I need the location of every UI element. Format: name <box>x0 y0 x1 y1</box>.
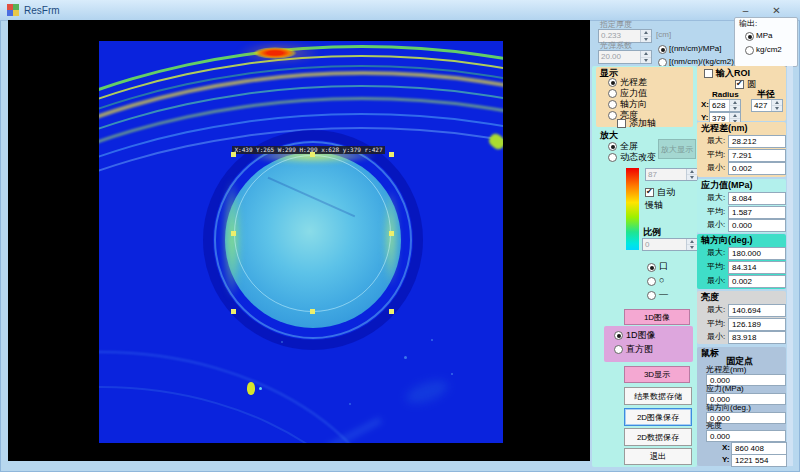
shape-circle-label: ○ <box>659 276 664 285</box>
shape-square-label: 口 <box>659 262 668 271</box>
zoom-full-radio[interactable] <box>608 142 617 151</box>
roi-handle-sw[interactable] <box>231 309 236 314</box>
display-opd-radio[interactable] <box>608 78 617 87</box>
save-result-button[interactable]: 结果数据存储 <box>624 387 692 405</box>
axis-avg-label: 平均: <box>707 263 725 271</box>
axis-min-label: 最小: <box>707 277 725 285</box>
stress-min-label: 最小: <box>707 221 725 229</box>
speck <box>281 341 283 343</box>
stress-stats-title: 应力值(MPa) <box>701 181 753 190</box>
stress-avg-value: 1.587 <box>728 206 786 219</box>
axis-max-label: 最大: <box>707 249 725 257</box>
stress-avg-label: 平均: <box>707 208 725 216</box>
bright-avg-value: 126.189 <box>728 318 786 331</box>
save-2d-data-button[interactable]: 2D数据保存 <box>624 428 692 446</box>
zoom-display-button[interactable]: 放大显示 <box>658 139 696 159</box>
radius-en-label: Radius <box>712 91 739 99</box>
unit-mpa-radio[interactable] <box>658 45 667 54</box>
mouse-opd-label: 光程差(nm) <box>706 366 746 374</box>
roi-circle-label: 圆 <box>747 80 756 89</box>
output-kg-label: kg/cm2 <box>756 46 782 54</box>
stress-min-value: 0.000 <box>728 219 786 232</box>
roi-handle-e[interactable] <box>389 231 394 236</box>
save-2d-image-button[interactable]: 2D图像保存 <box>624 408 692 426</box>
zoom-dynamic-label: 动态改变 <box>620 153 656 162</box>
input-roi-label: 输入ROI <box>716 69 750 78</box>
display-bright-radio[interactable] <box>608 111 617 120</box>
coefficient-spinner[interactable]: 20.00 <box>598 50 652 64</box>
mouse-y-label: Y: <box>722 456 729 464</box>
auto-checkbox[interactable] <box>645 188 654 197</box>
add-axis-checkbox[interactable] <box>617 119 626 128</box>
scale-label: 比例 <box>643 228 661 237</box>
roi-handle-se[interactable] <box>389 309 394 314</box>
panel-scrollbar[interactable] <box>787 66 793 466</box>
axis-min-value: 0.002 <box>728 275 786 288</box>
coefficient-label: 光弹系数 <box>600 42 632 50</box>
hotspot-red <box>253 47 297 59</box>
shape-line-label: — <box>659 290 668 299</box>
mouse-stress-label: 应力(MPa) <box>706 385 744 393</box>
exit-button[interactable]: 退出 <box>624 448 692 465</box>
display-opd-label: 光程差 <box>620 78 647 87</box>
display-stress-radio[interactable] <box>608 89 617 98</box>
roi-handle-s[interactable] <box>310 309 315 314</box>
close-button[interactable]: ✕ <box>768 3 785 17</box>
1d-image-button[interactable]: 1D图像 <box>624 309 690 325</box>
roi-circle-checkbox[interactable] <box>735 80 744 89</box>
zoom-full-label: 全屏 <box>620 142 638 151</box>
scale-spinner[interactable]: 0 <box>642 238 698 251</box>
plot-hist-radio[interactable] <box>614 345 623 354</box>
mouse-bright-label: 亮度 <box>706 422 722 430</box>
opd-avg-label: 平均: <box>707 151 725 159</box>
minimize-button[interactable]: – <box>737 3 754 17</box>
bright-avg-label: 平均: <box>707 320 725 328</box>
mouse-y-value: 1221 554 <box>731 454 787 467</box>
roi-circle[interactable] <box>234 155 391 312</box>
speck-cyan <box>259 387 262 390</box>
stress-max-value: 8.084 <box>728 192 786 205</box>
output-mpa-radio[interactable] <box>745 32 754 41</box>
output-kg-radio[interactable] <box>745 46 754 55</box>
roi-radius-spinner[interactable]: 427 <box>751 99 783 112</box>
app-icon <box>7 4 19 16</box>
plot-hist-label: 直方图 <box>626 345 653 354</box>
bright-max-label: 最大: <box>707 306 725 314</box>
radius-cn-label: 半径 <box>757 90 775 99</box>
opd-stats-title: 光程差(nm) <box>701 124 748 133</box>
opd-min-value: 0.002 <box>728 162 786 175</box>
speck <box>431 339 433 341</box>
opd-min-label: 最小: <box>707 164 725 172</box>
shape-circle-radio[interactable] <box>647 277 656 286</box>
plot-1d-radio[interactable] <box>614 331 623 340</box>
axis-stats-title: 轴方向(deg.) <box>701 236 753 245</box>
display-axis-radio[interactable] <box>608 100 617 109</box>
speck <box>404 356 407 359</box>
zoom-dynamic-radio[interactable] <box>608 153 617 162</box>
opd-max-value: 28.212 <box>728 135 786 148</box>
roi-handle-n[interactable] <box>310 152 315 157</box>
brightness-stats-title: 亮度 <box>701 293 719 302</box>
roi-handle-ne[interactable] <box>389 152 394 157</box>
shape-square-radio[interactable] <box>647 263 656 272</box>
roi-handle-nw[interactable] <box>231 152 236 157</box>
3d-display-button[interactable]: 3D显示 <box>624 366 690 383</box>
window-title: ResFrm <box>24 5 60 16</box>
bright-max-value: 140.694 <box>728 304 786 317</box>
mouse-axis-label: 轴方向(deg.) <box>706 404 751 412</box>
mouse-bright-value: 0.000 <box>706 430 786 442</box>
mouse-x-label: X: <box>722 444 730 452</box>
bright-min-label: 最小: <box>707 333 725 341</box>
roi-x-spinner[interactable]: 628 <box>709 99 741 112</box>
mouse-title: 鼠标 <box>701 349 719 358</box>
measurement-image[interactable]: X:439 Y:265 W:299 H:299 x:628 y:379 r:42… <box>99 41 503 443</box>
stress-max-label: 最大: <box>707 194 725 202</box>
roi-handle-w[interactable] <box>231 231 236 236</box>
display-stress-label: 应力值 <box>620 89 647 98</box>
speck-yellow <box>247 382 255 395</box>
display-title: 显示 <box>600 69 618 78</box>
level-spinner[interactable]: 87 <box>645 168 698 181</box>
shape-line-radio[interactable] <box>647 291 656 300</box>
input-roi-checkbox[interactable] <box>704 69 713 78</box>
display-axis-label: 轴方向 <box>620 100 647 109</box>
